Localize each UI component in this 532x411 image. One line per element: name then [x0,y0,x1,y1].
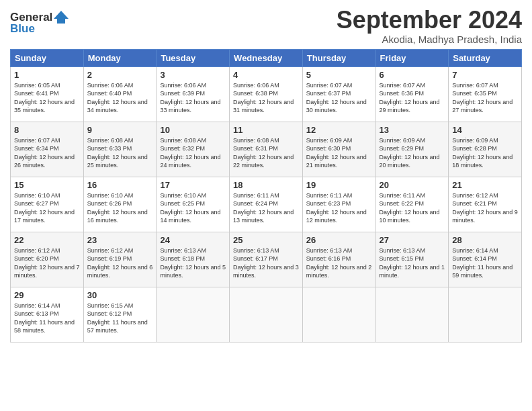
day-20: 20 Sunrise: 6:11 AMSunset: 6:22 PMDaylig… [375,177,449,232]
day-27: 27 Sunrise: 6:13 AMSunset: 6:15 PMDaylig… [375,232,449,287]
day-8: 8 Sunrise: 6:07 AMSunset: 6:34 PMDayligh… [11,122,84,177]
col-tuesday: Tuesday [157,49,230,66]
day-29: 29 Sunrise: 6:14 AMSunset: 6:13 PMDaylig… [11,287,84,342]
col-thursday: Thursday [302,49,375,66]
day-14: 14 Sunrise: 6:09 AMSunset: 6:28 PMDaylig… [449,122,522,177]
day-24: 24 Sunrise: 6:13 AMSunset: 6:18 PMDaylig… [157,232,230,287]
col-friday: Friday [375,49,449,66]
col-saturday: Saturday [449,49,522,66]
week-row-4: 22 Sunrise: 6:12 AMSunset: 6:20 PMDaylig… [11,232,522,287]
day-10: 10 Sunrise: 6:08 AMSunset: 6:32 PMDaylig… [157,122,230,177]
calendar-header-row: Sunday Monday Tuesday Wednesday Thursday… [11,49,522,66]
day-19: 19 Sunrise: 6:11 AMSunset: 6:23 PMDaylig… [302,177,375,232]
day-21: 21 Sunrise: 6:12 AMSunset: 6:21 PMDaylig… [449,177,522,232]
subtitle: Akodia, Madhya Pradesh, India [337,34,522,45]
day-4: 4 Sunrise: 6:06 AMSunset: 6:38 PMDayligh… [230,66,303,122]
day-13: 13 Sunrise: 6:09 AMSunset: 6:29 PMDaylig… [375,122,449,177]
day-30: 30 Sunrise: 6:15 AMSunset: 6:12 PMDaylig… [83,287,157,342]
week-row-1: 1 Sunrise: 6:05 AMSunset: 6:41 PMDayligh… [11,66,522,122]
day-3: 3 Sunrise: 6:06 AMSunset: 6:39 PMDayligh… [157,66,230,122]
day-22: 22 Sunrise: 6:12 AMSunset: 6:20 PMDaylig… [11,232,84,287]
logo: General Blue [10,9,69,34]
day-5: 5 Sunrise: 6:07 AMSunset: 6:37 PMDayligh… [302,66,375,122]
month-title: September 2024 [337,7,522,34]
page: General Blue September 2024 Akodia, Madh… [0,0,532,411]
title-block: September 2024 Akodia, Madhya Pradesh, I… [337,7,522,45]
col-wednesday: Wednesday [230,49,303,66]
header: General Blue September 2024 Akodia, Madh… [10,7,522,45]
col-monday: Monday [83,49,157,66]
day-11: 11 Sunrise: 6:08 AMSunset: 6:31 PMDaylig… [230,122,303,177]
day-23: 23 Sunrise: 6:12 AMSunset: 6:19 PMDaylig… [83,232,157,287]
day-15: 15 Sunrise: 6:10 AMSunset: 6:27 PMDaylig… [11,177,84,232]
day-6: 6 Sunrise: 6:07 AMSunset: 6:36 PMDayligh… [375,66,449,122]
week-row-5: 29 Sunrise: 6:14 AMSunset: 6:13 PMDaylig… [11,287,522,342]
day-25: 25 Sunrise: 6:13 AMSunset: 6:17 PMDaylig… [230,232,303,287]
calendar: Sunday Monday Tuesday Wednesday Thursday… [10,49,522,342]
empty-cell-2 [230,287,303,342]
empty-cell-4 [375,287,449,342]
col-sunday: Sunday [11,49,84,66]
day-17: 17 Sunrise: 6:10 AMSunset: 6:25 PMDaylig… [157,177,230,232]
day-7: 7 Sunrise: 6:07 AMSunset: 6:35 PMDayligh… [449,66,522,122]
day-26: 26 Sunrise: 6:13 AMSunset: 6:16 PMDaylig… [302,232,375,287]
day-18: 18 Sunrise: 6:11 AMSunset: 6:24 PMDaylig… [230,177,303,232]
day-28: 28 Sunrise: 6:14 AMSunset: 6:14 PMDaylig… [449,232,522,287]
empty-cell-1 [157,287,230,342]
week-row-3: 15 Sunrise: 6:10 AMSunset: 6:27 PMDaylig… [11,177,522,232]
day-2: 2 Sunrise: 6:06 AMSunset: 6:40 PMDayligh… [83,66,157,122]
day-12: 12 Sunrise: 6:09 AMSunset: 6:30 PMDaylig… [302,122,375,177]
day-1: 1 Sunrise: 6:05 AMSunset: 6:41 PMDayligh… [11,66,84,122]
svg-marker-0 [54,11,69,24]
day-9: 9 Sunrise: 6:08 AMSunset: 6:33 PMDayligh… [83,122,157,177]
day-16: 16 Sunrise: 6:10 AMSunset: 6:26 PMDaylig… [83,177,157,232]
empty-cell-3 [302,287,375,342]
empty-cell-5 [449,287,522,342]
week-row-2: 8 Sunrise: 6:07 AMSunset: 6:34 PMDayligh… [11,122,522,177]
